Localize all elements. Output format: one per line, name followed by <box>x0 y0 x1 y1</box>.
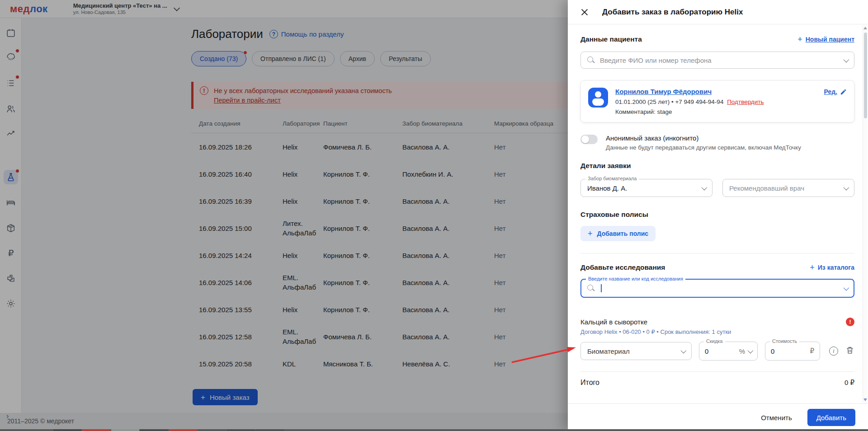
patient-name-link[interactable]: Корнилов Тимур Фёдорович <box>615 88 712 95</box>
chevron-down-icon <box>702 184 708 190</box>
patient-info: 01.01.2000 (25 лет) • +7 949 494-94-94 <box>615 98 723 105</box>
currency-symbol: ₽ <box>810 347 814 355</box>
research-item-meta: Договор Helix • 06-020 • 0 ₽ • Срок выпо… <box>580 328 854 335</box>
research-search-input[interactable]: Введите название или код исследования <box>580 279 854 298</box>
chevron-down-icon <box>844 184 849 190</box>
biomaterial-select[interactable]: Биоматериал <box>580 342 692 360</box>
anonymous-toggle[interactable] <box>580 135 598 144</box>
plus-icon: + <box>810 263 815 272</box>
scroll-down-icon[interactable] <box>863 398 867 401</box>
research-item-name: Кальций в сыворотке <box>580 318 647 326</box>
confirm-phone-link[interactable]: Подтвердить <box>727 98 764 105</box>
chevron-down-icon <box>844 56 849 62</box>
search-icon <box>587 285 595 292</box>
discount-field[interactable]: Скидка 0 % <box>699 342 758 361</box>
chevron-down-icon <box>844 285 849 290</box>
anonymous-note: Данные не будут передаваться другим серв… <box>606 144 801 151</box>
total-label: Итого <box>580 379 599 387</box>
total-value: 0 ₽ <box>844 379 854 387</box>
patient-avatar <box>588 88 608 108</box>
plus-icon: + <box>797 35 802 43</box>
submit-button[interactable]: Добавить <box>807 409 855 426</box>
cost-field[interactable]: Стоимость 0 ₽ <box>765 342 820 361</box>
error-badge-icon: ! <box>846 318 854 326</box>
cost-value: 0 <box>771 347 774 355</box>
insurance-section-title: Страховые полисы <box>580 211 854 219</box>
pencil-icon <box>840 89 847 95</box>
drawer-body: Данные пациента + Новый пациент Введите … <box>568 24 862 403</box>
chevron-down-icon <box>748 347 754 353</box>
biomaterial-collector-label: Забор биоматериала <box>585 176 639 181</box>
info-icon[interactable]: i <box>829 347 838 356</box>
research-search-label: Введите название или код исследования <box>586 276 685 281</box>
from-catalog-link[interactable]: + Из каталога <box>810 263 854 272</box>
drawer-scrollbar[interactable] <box>863 25 868 403</box>
drawer-title: Добавить заказ в лабораторию Helix <box>602 8 743 17</box>
app-window: медлок Медицинский центр «Тест» на ... у… <box>0 0 868 431</box>
anonymous-label: Анонимный заказ (инкогнито) <box>606 134 801 142</box>
scrollbar-thumb[interactable] <box>864 33 867 118</box>
patient-search-select[interactable]: Введите ФИО или номер телефона <box>580 52 854 69</box>
chevron-down-icon <box>681 347 687 353</box>
patient-card: Корнилов Тимур Фёдорович Ред. 01.01.2000… <box>580 80 854 122</box>
search-icon <box>587 56 595 64</box>
drawer-header: Добавить заказ в лабораторию Helix <box>568 0 868 24</box>
edit-patient-link[interactable]: Ред. <box>824 88 847 95</box>
biomaterial-collector-select[interactable]: Забор биоматериала Иванов Д. А. <box>580 179 712 197</box>
new-patient-link[interactable]: + Новый пациент <box>797 35 854 43</box>
divider <box>580 253 854 253</box>
trash-icon[interactable] <box>845 346 854 356</box>
add-policy-button[interactable]: + Добавить полис <box>580 226 656 241</box>
details-section-title: Детали заявки <box>580 162 854 170</box>
patient-section-title: Данные пациента <box>580 35 642 43</box>
close-icon[interactable] <box>580 7 590 17</box>
recommending-doctor-select[interactable]: Рекомендовавший врач <box>722 179 854 197</box>
cancel-button[interactable]: Отменить <box>761 414 792 422</box>
text-cursor <box>601 284 602 292</box>
scroll-up-icon[interactable] <box>863 27 867 29</box>
patient-comment: Комментарий: stage <box>615 108 847 115</box>
discount-value: 0 <box>705 347 708 355</box>
annotation-arrow <box>510 342 579 366</box>
divider <box>580 371 854 372</box>
research-section-title: Добавьте исследования <box>580 263 665 272</box>
plus-icon: + <box>588 230 593 238</box>
patient-search-placeholder: Введите ФИО или номер телефона <box>600 56 712 64</box>
add-order-drawer: Добавить заказ в лабораторию Helix Данны… <box>568 0 868 431</box>
taskbar-strip <box>0 429 868 431</box>
drawer-footer: Отменить Добавить <box>568 403 868 431</box>
